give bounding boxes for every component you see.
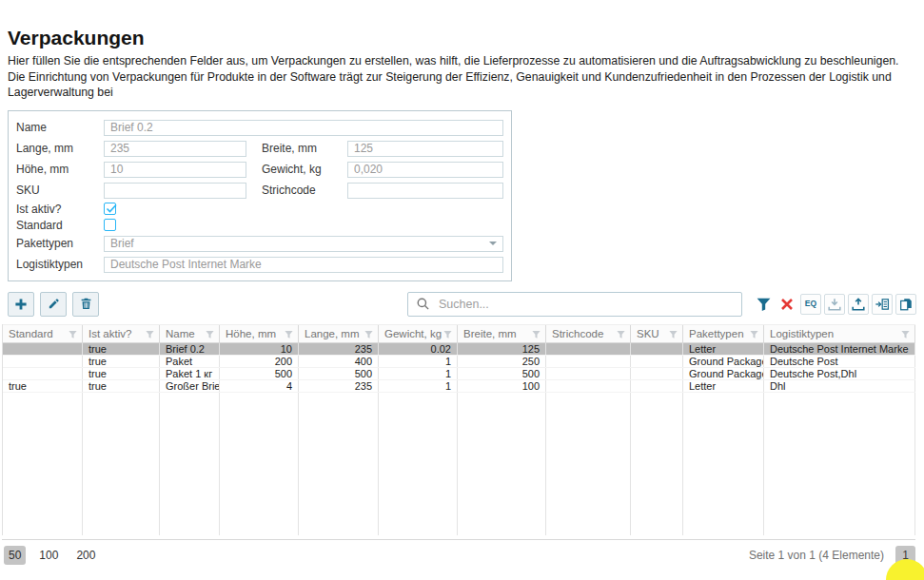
plus-icon — [13, 297, 29, 312]
table-cell: Ground Package — [683, 356, 764, 367]
trash-icon — [79, 297, 93, 311]
column-header-sku[interactable]: SKU — [631, 325, 683, 342]
empty-column — [379, 393, 458, 535]
table-cell: Dhl — [764, 380, 915, 392]
table-cell: true — [83, 356, 160, 367]
copy-button[interactable] — [895, 294, 916, 315]
filter-funnel-icon[interactable] — [68, 329, 78, 339]
pager-right: Seite 1 von 1 (4 Elemente) 1 — [749, 546, 915, 566]
table-row[interactable]: true Paket 200 400 1 250 Ground Package … — [3, 356, 915, 368]
form-row-pakettypen: Pakettypen Brief — [16, 233, 503, 254]
clear-filter-button[interactable] — [777, 294, 797, 315]
logistiktypen-input[interactable] — [104, 257, 503, 273]
gewicht-input[interactable] — [347, 162, 503, 178]
table-cell: 10 — [220, 343, 299, 355]
table-empty-area — [3, 393, 915, 535]
table-row[interactable]: true Brief 0.2 10 235 0.02 125 Letter De… — [3, 343, 915, 356]
hoehe-input[interactable] — [104, 162, 246, 178]
empty-column — [299, 393, 379, 535]
export-button[interactable] — [848, 294, 869, 315]
export-icon — [851, 297, 866, 312]
delete-button[interactable] — [72, 292, 99, 317]
name-input[interactable] — [104, 120, 503, 136]
page-size-200[interactable]: 200 — [71, 546, 100, 565]
table-cell: Letter — [683, 343, 764, 355]
table-cell: Deutsche Post — [764, 356, 915, 367]
funnel-icon — [756, 296, 772, 312]
column-header-ist-aktiv[interactable]: Ist aktiv? — [83, 325, 160, 342]
filter-funnel-icon[interactable] — [442, 329, 453, 339]
edit-button[interactable] — [40, 292, 67, 317]
form-row-standard: Standard — [16, 217, 503, 233]
table-row[interactable]: true true Großer Brief 4 235 1 100 Lette… — [3, 380, 915, 393]
table-cell: 1 — [379, 380, 458, 392]
table-cell — [631, 343, 683, 355]
column-chooser-button[interactable] — [872, 294, 893, 315]
page-info: Seite 1 von 1 (4 Elemente) — [749, 549, 884, 562]
pencil-icon — [47, 297, 61, 311]
standard-checkbox[interactable] — [104, 219, 116, 231]
ist-aktiv-checkbox[interactable] — [104, 203, 116, 215]
sku-label: SKU — [16, 184, 104, 197]
packagings-table: Standard Ist aktiv? Name Höhe, mm Lange,… — [2, 324, 915, 535]
table-cell: 1 — [379, 368, 458, 379]
table-cell — [546, 380, 631, 392]
table-row[interactable]: true Paket 1 кг 500 500 1 500 Ground Pac… — [3, 368, 915, 380]
checkmark-icon — [105, 202, 118, 215]
empty-column — [220, 393, 299, 535]
empty-column — [764, 393, 915, 535]
preview-button[interactable]: EQ — [800, 294, 821, 315]
table-cell: 235 — [299, 380, 379, 392]
column-header-gewicht[interactable]: Gewicht, kg — [379, 325, 458, 342]
filter-button[interactable] — [753, 294, 774, 315]
sku-input[interactable] — [104, 183, 246, 199]
lange-input[interactable] — [104, 141, 246, 157]
add-button[interactable] — [8, 292, 34, 317]
pagination-bar: 50 100 200 Seite 1 von 1 (4 Elemente) 1 — [2, 539, 915, 566]
column-header-pakettypen[interactable]: Pakettypen — [683, 325, 764, 342]
filter-funnel-icon[interactable] — [900, 329, 911, 339]
filter-funnel-icon[interactable] — [284, 329, 294, 339]
hoehe-label: Höhe, mm — [16, 163, 104, 176]
filter-funnel-icon[interactable] — [364, 329, 374, 339]
filter-funnel-icon[interactable] — [616, 329, 626, 339]
filter-funnel-icon[interactable] — [205, 329, 215, 339]
column-header-strichcode[interactable]: Strichcode — [546, 325, 631, 342]
page-size-100[interactable]: 100 — [34, 546, 63, 565]
empty-column — [3, 393, 83, 535]
page-size-50[interactable]: 50 — [4, 546, 26, 565]
column-header-standard[interactable]: Standard — [3, 325, 83, 342]
table-cell — [631, 380, 683, 392]
import-icon — [827, 297, 842, 312]
table-cell — [546, 356, 631, 367]
table-cell — [3, 343, 83, 355]
form-row-dimensions-1: Lange, mm Breite, mm — [16, 138, 503, 159]
breite-label: Breite, mm — [262, 142, 347, 155]
column-header-lange[interactable]: Lange, mm — [299, 325, 379, 342]
table-cell: 200 — [220, 356, 299, 367]
import-button[interactable] — [824, 294, 845, 315]
search-box — [407, 292, 742, 317]
search-input[interactable] — [437, 297, 734, 312]
column-header-breite[interactable]: Breite, mm — [458, 325, 546, 342]
table-cell: true — [3, 380, 83, 392]
name-label: Name — [16, 121, 104, 134]
page-title: Verpackungen — [8, 27, 916, 48]
column-header-logistiktypen[interactable]: Logistiktypen — [764, 325, 915, 342]
table-cell: Letter — [683, 380, 764, 392]
strichcode-input[interactable] — [347, 183, 503, 199]
grid-tool-icons: EQ — [750, 294, 916, 315]
filter-funnel-icon[interactable] — [145, 329, 155, 339]
form-row-ist-aktiv: Ist aktiv? — [16, 201, 503, 217]
column-header-hoehe[interactable]: Höhe, mm — [220, 325, 299, 342]
table-cell: true — [83, 380, 160, 392]
table-cell: Deutsche Post Internet Marke — [764, 343, 915, 355]
filter-funnel-icon[interactable] — [749, 329, 759, 339]
table-cell: 4 — [220, 380, 299, 392]
column-header-name[interactable]: Name — [160, 325, 220, 342]
breite-input[interactable] — [347, 141, 503, 157]
filter-funnel-icon[interactable] — [531, 329, 541, 339]
table-cell: 500 — [458, 368, 546, 379]
filter-funnel-icon[interactable] — [668, 329, 678, 339]
pakettypen-select[interactable]: Brief — [104, 236, 503, 252]
